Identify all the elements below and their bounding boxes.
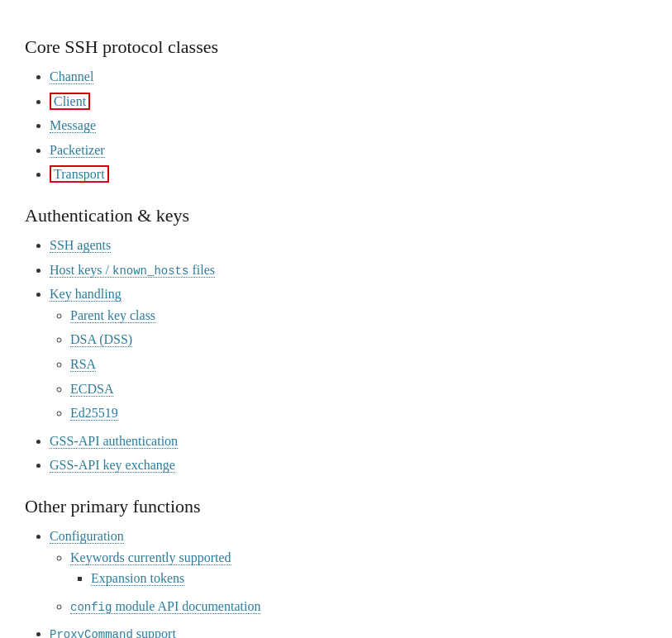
rsa-link[interactable]: RSA — [70, 357, 96, 372]
list-item: config module API documentation — [70, 596, 647, 617]
client-highlight: Client — [50, 93, 90, 110]
core-ssh-title: Core SSH protocol classes — [25, 36, 647, 58]
expansion-tokens-link[interactable]: Expansion tokens — [91, 571, 184, 586]
list-item: Key handling Parent key class DSA (DSS) … — [50, 283, 647, 424]
auth-keys-title: Authentication & keys — [25, 205, 647, 226]
auth-keys-list: SSH agents Host keys / known_hosts files… — [50, 235, 647, 476]
configuration-link[interactable]: Configuration — [50, 529, 124, 544]
core-ssh-list: Channel Client Message Packetizer Transp… — [50, 66, 647, 185]
ssh-agents-link[interactable]: SSH agents — [50, 238, 111, 253]
ed25519-link[interactable]: Ed25519 — [70, 406, 118, 421]
list-item: RSA — [70, 354, 647, 375]
list-item: Packetizer — [50, 140, 647, 161]
list-item: Expansion tokens — [91, 568, 647, 589]
key-handling-link[interactable]: Key handling — [50, 287, 122, 302]
page-content: Core SSH protocol classes Channel Client… — [25, 36, 647, 638]
core-ssh-section: Core SSH protocol classes Channel Client… — [25, 36, 647, 185]
parent-key-link[interactable]: Parent key class — [70, 308, 155, 323]
other-primary-section: Other primary functions Configuration Ke… — [25, 496, 647, 638]
host-keys-link[interactable]: Host keys / known_hosts files — [50, 263, 215, 278]
packetizer-link[interactable]: Packetizer — [50, 143, 105, 158]
proxycommand-link[interactable]: ProxyCommand support — [50, 626, 176, 638]
list-item: GSS-API key exchange — [50, 455, 647, 476]
list-item: Message — [50, 115, 647, 136]
list-item: ECDSA — [70, 379, 647, 400]
gss-auth-link[interactable]: GSS-API authentication — [50, 434, 178, 449]
other-primary-title: Other primary functions — [25, 496, 647, 517]
list-item: Parent key class — [70, 305, 647, 326]
list-item: Keywords currently supported Expansion t… — [70, 547, 647, 589]
known-hosts-code: known_hosts — [112, 264, 188, 278]
proxycommand-code: ProxyCommand — [50, 628, 133, 638]
message-link[interactable]: Message — [50, 118, 96, 133]
configuration-sublist: Keywords currently supported Expansion t… — [70, 547, 647, 617]
keywords-sublist: Expansion tokens — [91, 568, 647, 589]
keywords-link[interactable]: Keywords currently supported — [70, 550, 231, 565]
list-item: SSH agents — [50, 235, 647, 256]
list-item: Configuration Keywords currently support… — [50, 526, 647, 617]
list-item: Client — [50, 91, 647, 112]
auth-keys-section: Authentication & keys SSH agents Host ke… — [25, 205, 647, 476]
list-item: Transport — [50, 164, 647, 185]
list-item: Host keys / known_hosts files — [50, 259, 647, 281]
transport-highlight: Transport — [50, 165, 109, 183]
ecdsa-link[interactable]: ECDSA — [70, 382, 113, 397]
transport-link[interactable]: Transport — [54, 167, 105, 182]
config-code: config — [70, 601, 112, 614]
list-item: Channel — [50, 66, 647, 88]
list-item: DSA (DSS) — [70, 329, 647, 350]
list-item: ProxyCommand support — [50, 623, 647, 638]
dsa-link[interactable]: DSA (DSS) — [70, 332, 132, 347]
client-link[interactable]: Client — [54, 94, 86, 109]
other-primary-list: Configuration Keywords currently support… — [50, 526, 647, 638]
key-handling-sublist: Parent key class DSA (DSS) RSA ECDSA Ed2… — [70, 305, 647, 424]
list-item: GSS-API authentication — [50, 431, 647, 452]
list-item: Ed25519 — [70, 402, 647, 424]
config-module-link[interactable]: config module API documentation — [70, 599, 260, 614]
gss-key-link[interactable]: GSS-API key exchange — [50, 458, 175, 473]
channel-link[interactable]: Channel — [50, 69, 93, 84]
